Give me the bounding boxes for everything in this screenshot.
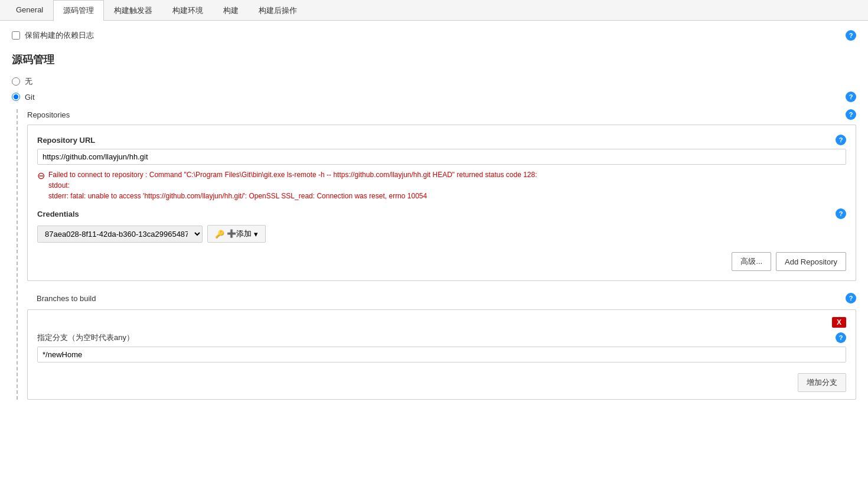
tab-post-build[interactable]: 构建后操作 [249,0,307,21]
error-line1: Failed to connect to repository : Comman… [48,169,537,180]
delete-branch-button[interactable]: X [832,317,846,328]
radio-none-label: 无 [25,76,32,87]
branches-header: Branches to build ? [27,293,856,303]
tabs-bar: General 源码管理 构建触发器 构建环境 构建 构建后操作 [0,0,868,21]
repositories-header: Repositories ? [27,109,856,120]
error-line2: stdout: [48,180,537,191]
main-content: 保留构建的依赖日志 ? 源码管理 无 Git ? Repositories ? … [0,21,868,409]
branches-help-icon[interactable]: ? [846,293,856,303]
error-line3: stderr: fatal: unable to access 'https:/… [48,191,537,201]
repositories-help-icon[interactable]: ? [846,109,856,120]
preserve-log-checkbox[interactable] [12,31,20,40]
radio-none[interactable] [12,77,20,86]
radio-git-inner: Git [12,93,35,102]
radio-git-row: Git ? [12,92,856,102]
branches-label: Branches to build [37,294,96,303]
branch-field-label: 指定分支（为空时代表any） [37,332,134,343]
tab-build-trigger[interactable]: 构建触发器 [104,0,162,21]
tab-source-management[interactable]: 源码管理 [53,0,104,21]
repository-box: Repository URL ? ⊖ Failed to connect to … [27,125,856,281]
add-branch-button[interactable]: 增加分支 [798,373,846,392]
preserve-log-help-icon[interactable]: ? [846,30,856,41]
advanced-button[interactable]: 高级... [732,252,771,271]
add-credentials-button[interactable]: 🔑 ➕添加 ▾ [207,225,266,243]
section-title: 源码管理 [12,53,856,67]
repositories-label: Repositories [27,110,70,119]
credentials-help-icon[interactable]: ? [836,208,846,219]
branches-section: Branches to build ? X 指定分支（为空时代表any） ? [27,293,856,400]
repo-url-field-row: Repository URL ? [37,135,846,145]
add-button-label: ➕添加 [227,228,252,239]
branch-field-help-icon[interactable]: ? [836,332,846,343]
repo-url-input[interactable] [37,149,846,165]
tab-general[interactable]: General [6,0,53,21]
error-block: ⊖ Failed to connect to repository : Comm… [37,169,846,201]
radio-git-label: Git [25,93,35,102]
error-icon: ⊖ [37,170,45,181]
git-help-icon[interactable]: ? [846,92,856,102]
tab-build[interactable]: 构建 [213,0,249,21]
repositories-header-left: Repositories [27,110,70,119]
error-text: Failed to connect to repository : Comman… [48,169,537,201]
repo-action-buttons: 高级... Add Repository [37,252,846,271]
repo-url-label: Repository URL [37,136,95,145]
branch-input[interactable] [37,347,846,363]
credentials-row: 87aea028-8f11-42da-b360-13ca29965487 🔑 ➕… [37,225,846,243]
tab-build-env[interactable]: 构建环境 [162,0,213,21]
radio-none-row: 无 [12,76,856,87]
branch-field-row: 指定分支（为空时代表any） ? [37,332,846,343]
credentials-select[interactable]: 87aea028-8f11-42da-b360-13ca29965487 [37,226,203,243]
branch-box: X 指定分支（为空时代表any） ? 增加分支 [27,309,856,400]
add-repository-button[interactable]: Add Repository [776,252,846,271]
dashed-section: Repositories ? Repository URL ? ⊖ Failed… [17,109,856,400]
credentials-field-row: Credentials ? [37,208,846,219]
checkbox-row: 保留构建的依赖日志 ? [12,30,856,41]
credentials-label: Credentials [37,210,79,218]
preserve-log-label: 保留构建的依赖日志 [25,30,94,41]
repo-url-help-icon[interactable]: ? [836,135,846,145]
branch-label-row: X [37,317,846,328]
key-icon: 🔑 [215,230,224,239]
radio-git[interactable] [12,93,20,101]
dropdown-arrow-icon: ▾ [254,230,258,239]
add-branch-row: 增加分支 [37,373,846,392]
